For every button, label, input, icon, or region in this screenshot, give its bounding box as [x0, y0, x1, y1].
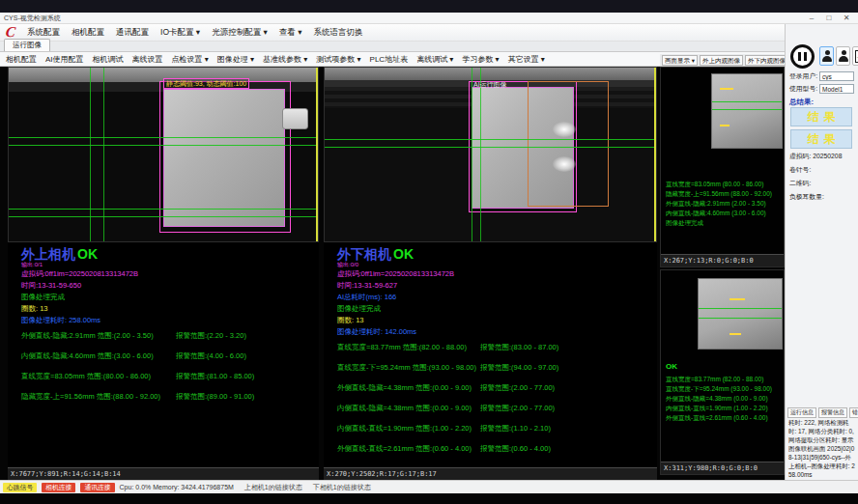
- alarm-range: 报警范围:(89.00 - 91.00): [176, 391, 254, 403]
- measured-value: 外侧直线-隐藏:2.91mm 范围:(2.00 - 3.50): [21, 330, 176, 342]
- small-view-results: 直线宽度=83.05mm (80.00 - 86.00)隐藏宽度-上=91.56…: [666, 180, 772, 228]
- measured-value: 隐藏宽度-上=91.56mm 范围:(88.00 - 92.00): [21, 391, 176, 403]
- result-row: 外侧直线-直线=2.61mm 范围:(0.60 - 4.00) 报警范围:(0.…: [337, 443, 656, 455]
- right-view-tab[interactable]: 画面显示 ▾: [662, 55, 698, 66]
- exit-button[interactable]: [852, 46, 858, 66]
- mid-camera-image[interactable]: AI运行图像: [324, 67, 657, 242]
- toolbar-item[interactable]: 测试项参数 ▾: [316, 54, 360, 65]
- login-user-field[interactable]: cys: [819, 71, 854, 81]
- highlight-blob: [553, 122, 576, 137]
- measured-value: 外侧直线-隐藏=4.38mm (0.00 - 9.00): [666, 394, 772, 404]
- toolbar-item[interactable]: 相机配置: [6, 54, 37, 65]
- menu-item[interactable]: 查看 ▾: [279, 27, 302, 39]
- toolbar-item[interactable]: 基准线参数 ▾: [263, 54, 307, 65]
- thumb-image: [698, 278, 783, 350]
- toolbar-item[interactable]: 点检设置 ▾: [172, 54, 209, 65]
- measurement-results: 直线宽度=83.77mm 范围:(82.00 - 88.00) 报警范围:(83…: [337, 342, 656, 455]
- small-view-top[interactable]: 直线宽度=83.05mm (80.00 - 86.00)隐藏宽度-上=91.56…: [660, 67, 785, 267]
- camera-link-badge: 相机连接: [42, 483, 75, 492]
- model-field[interactable]: Model1: [819, 84, 854, 94]
- camera-title: 外下相机OK: [337, 246, 656, 262]
- toolbar-item[interactable]: 离线设置: [132, 54, 163, 65]
- toolbar-item[interactable]: 图像处理 ▾: [217, 54, 254, 65]
- log-tab[interactable]: 错误信息: [849, 407, 858, 418]
- close-button[interactable]: ✕: [839, 14, 854, 23]
- highlight-blob: [553, 156, 576, 172]
- toolbar-item[interactable]: AI使用配置: [45, 54, 84, 65]
- right-view-tab[interactable]: 外下内观图像: [745, 55, 788, 66]
- measured-value: 内侧直线-直线=1.90mm (1.00 - 2.20): [666, 404, 772, 413]
- overlay-mark: [729, 333, 741, 335]
- menu-item[interactable]: 系统语言切换: [313, 27, 362, 39]
- pause-button[interactable]: [790, 44, 815, 69]
- virtual-code-line: 虚拟码:0ff1im=2025020813313472B: [337, 268, 656, 280]
- app-window: CYS-视觉检测系统 – □ ✕ C 系统配置相机配置通讯配置IO卡配置 ▾光源…: [0, 0, 858, 504]
- view-tabs: 运行图像: [0, 42, 858, 52]
- right-view-tab[interactable]: 外上内观图像: [700, 55, 743, 66]
- small-view-results: 直线宽度=83.77mm (82.00 - 88.00)直线宽度-下=95.24…: [666, 375, 772, 423]
- log-tab[interactable]: 报警信息: [818, 407, 847, 418]
- overlay-mark: [720, 88, 733, 90]
- result-row: 内侧直线-隐藏=4.38mm 范围:(0.00 - 9.00) 报警范围:(2.…: [337, 403, 656, 414]
- menu-item[interactable]: IO卡配置 ▾: [160, 27, 200, 39]
- menu-item[interactable]: 通讯配置: [116, 27, 149, 39]
- lower-camera-link-status[interactable]: 下相机1的链接状态: [313, 483, 371, 492]
- right-view-tabs: 画面显示 ▾外上内观图像外下内观图像: [660, 54, 785, 67]
- measured-value: 隐藏宽度-上=91.56mm (88.00 - 92.00): [666, 189, 772, 199]
- measured-value: 直线宽度-下=95.24mm (93.00 - 98.00): [666, 384, 772, 394]
- alarm-range: 报警范围:(0.60 - 4.00): [480, 443, 551, 455]
- tab-run-image[interactable]: 运行图像: [4, 39, 50, 51]
- desktop-bottom-strip: [0, 493, 858, 504]
- needle-id-label: 卷针号:: [789, 165, 811, 175]
- login-user-icon: [822, 50, 832, 63]
- left-camera-image[interactable]: 静态阈值:93, 动态阈值:100: [8, 67, 319, 242]
- result-row: 直线宽度-下=95.24mm 范围:(93.00 - 98.00) 报警范围:(…: [337, 362, 656, 374]
- result-row: 直线宽度=83.77mm 范围:(82.00 - 88.00) 报警范围:(83…: [337, 342, 656, 353]
- mid-pixel-coords: X:270;Y:2502;R:17;G:17;B:17: [324, 467, 657, 480]
- menu-item[interactable]: 光源控制配置 ▾: [212, 27, 268, 39]
- ai-image-label: AI运行图像: [473, 80, 507, 90]
- roi-box: [159, 81, 291, 233]
- output-sub-label: 输出:0/1: [21, 262, 311, 268]
- window-title: CYS-视觉检测系统: [4, 14, 804, 23]
- toolbar-item[interactable]: 相机调试: [93, 54, 124, 65]
- small-view-bottom[interactable]: OK 直线宽度=83.77mm (82.00 - 88.00)直线宽度-下=95…: [660, 269, 785, 475]
- operator-button[interactable]: [836, 46, 850, 66]
- result-row: 外侧直线-隐藏:2.91mm 范围:(2.00 - 3.50) 报警范围:(2.…: [21, 330, 311, 342]
- maximize-button[interactable]: □: [821, 14, 837, 23]
- alarm-range: 报警范围:(81.00 - 85.00): [176, 371, 254, 382]
- toolbar-item[interactable]: 离线调试 ▾: [416, 54, 453, 65]
- measured-value: 内侧直线-隐藏:4.60mm (3.00 - 6.00): [666, 209, 772, 218]
- toolbar-item[interactable]: 学习参数 ▾: [462, 54, 499, 65]
- cpu-memory-text: Cpu: 0.0% Memory: 3424.41796875M: [120, 484, 234, 490]
- model-label: 使用型号:: [789, 84, 817, 94]
- baseline-marker: [654, 68, 656, 241]
- done-line: 图像处理完成: [21, 292, 311, 303]
- comm-link-badge: 通讯连接: [80, 483, 114, 492]
- alarm-range: 报警范围:(94.00 - 97.00): [480, 362, 558, 374]
- measure-line: [699, 318, 782, 319]
- result-row: 外侧直线-隐藏=4.38mm 范围:(0.00 - 9.00) 报警范围:(2.…: [337, 382, 656, 394]
- measurement-results: 外侧直线-隐藏:2.91mm 范围:(2.00 - 3.50) 报警范围:(2.…: [21, 330, 311, 403]
- menu-item[interactable]: 相机配置: [72, 27, 104, 39]
- measured-value: 外侧直线-直线=2.61mm (0.60 - 4.00): [666, 413, 772, 423]
- measured-value: 外侧直线-隐藏=4.38mm 范围:(0.00 - 9.00): [337, 382, 480, 394]
- toolbar-item[interactable]: 其它设置 ▾: [508, 54, 545, 65]
- log-tab[interactable]: 运行信息: [787, 407, 816, 418]
- elapsed-line: 图像处理耗时: 258.00ms: [21, 315, 311, 326]
- measured-value: 内侧直线-隐藏=4.38mm 范围:(0.00 - 9.00): [337, 403, 480, 414]
- measure-line: [325, 147, 656, 148]
- count-line: 圈数: 13: [337, 315, 656, 326]
- log-tabs: 运行信息报警信息错误信息: [787, 407, 858, 418]
- minimize-button[interactable]: –: [804, 14, 819, 23]
- login-user-button[interactable]: [819, 46, 834, 66]
- upper-camera-link-status[interactable]: 上相机1的链接状态: [244, 483, 302, 492]
- measure-line: [480, 68, 481, 241]
- measure-line: [9, 209, 318, 210]
- log-text: 耗时: 222, 网络检测耗时: 17, 网络分类耗时: 0, 网络提取分区耗时…: [788, 419, 856, 480]
- toolbar-item[interactable]: PLC地址表: [370, 54, 409, 65]
- measured-value: 内侧直线-隐藏:4.60mm 范围:(3.00 - 6.00): [21, 350, 176, 362]
- overlay-mark: [720, 125, 729, 126]
- menu-item[interactable]: 系统配置: [27, 27, 60, 39]
- result-box-1: 结果: [790, 107, 852, 126]
